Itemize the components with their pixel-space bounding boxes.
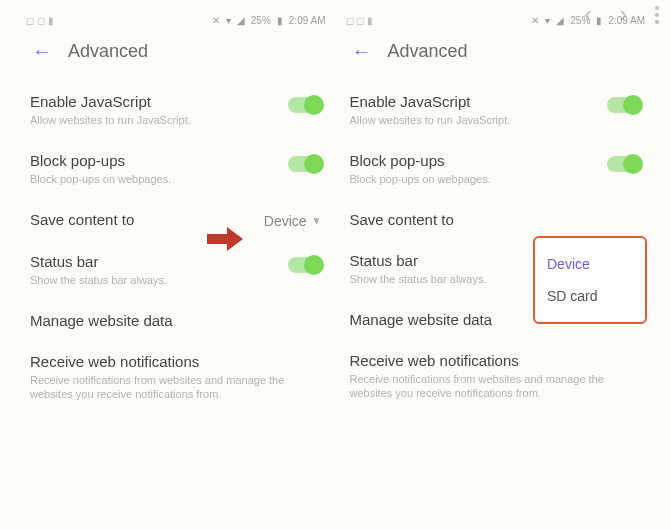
battery-percent: 25% (251, 15, 271, 26)
chevron-down-icon: ▼ (312, 215, 322, 226)
setting-status-bar[interactable]: Status bar Show the status bar always. (28, 243, 324, 302)
clock: 2:09 AM (608, 15, 645, 26)
page-header: ← Advanced (340, 30, 652, 77)
back-button[interactable]: ← (352, 40, 372, 63)
setting-label: Status bar (350, 252, 487, 269)
setting-receive-web-notifications[interactable]: Receive web notifications Receive notifi… (28, 343, 324, 417)
setting-label: Save content to (30, 211, 134, 228)
notification-icons: ◻ ◻ ▮ (346, 15, 374, 26)
overflow-menu-button[interactable] (655, 6, 659, 24)
setting-subtitle: Receive notifications from websites and … (350, 372, 642, 402)
setting-subtitle: Receive notifications from websites and … (30, 373, 322, 403)
android-status-bar: ◻ ◻ ▮ ✕ ▾ ◢ 25% ▮ 2:09 AM (20, 10, 332, 30)
setting-label: Block pop-ups (350, 152, 491, 169)
setting-enable-javascript[interactable]: Enable JavaScript Allow websites to run … (28, 83, 324, 142)
notification-icons: ◻ ◻ ▮ (26, 15, 54, 26)
toggle-switch[interactable] (288, 97, 322, 113)
setting-manage-website-data[interactable]: Manage website data (28, 302, 324, 343)
popup-option-sdcard[interactable]: SD card (545, 280, 635, 312)
battery-icon: ▮ (277, 15, 283, 26)
page-header: ← Advanced (20, 30, 332, 77)
setting-label: Receive web notifications (30, 353, 322, 370)
screenshot-left: ◻ ◻ ▮ ✕ ▾ ◢ 25% ▮ 2:09 AM ← Advanced Ena… (20, 10, 332, 416)
setting-label: Manage website data (350, 311, 493, 328)
annotation-arrow (207, 227, 243, 251)
popup-option-device[interactable]: Device (545, 248, 635, 280)
save-location-dropdown[interactable]: Device ▼ (264, 213, 322, 229)
setting-subtitle: Block pop-ups on webpages. (350, 172, 491, 187)
page-title: Advanced (388, 41, 468, 62)
setting-enable-javascript[interactable]: Enable JavaScript Allow websites to run … (348, 83, 644, 142)
mute-icon: ✕ (531, 15, 539, 26)
wifi-icon: ▾ (545, 15, 550, 26)
signal-icon: ◢ (556, 15, 564, 26)
back-button[interactable]: ← (32, 40, 52, 63)
setting-block-popups[interactable]: Block pop-ups Block pop-ups on webpages. (348, 142, 644, 201)
page-title: Advanced (68, 41, 148, 62)
wifi-icon: ▾ (226, 15, 231, 26)
save-location-popup: Device SD card (533, 236, 647, 324)
signal-icon: ◢ (237, 15, 245, 26)
android-status-bar: ◻ ◻ ▮ ✕ ▾ ◢ 25% ▮ 2:09 AM (340, 10, 652, 30)
screenshot-right: ◻ ◻ ▮ ✕ ▾ ◢ 25% ▮ 2:09 AM ← Advanced Ena… (340, 10, 652, 416)
toggle-switch[interactable] (288, 156, 322, 172)
setting-receive-web-notifications[interactable]: Receive web notifications Receive notifi… (348, 342, 644, 416)
setting-subtitle: Show the status bar always. (30, 273, 167, 288)
battery-percent: 25% (570, 15, 590, 26)
setting-label: Save content to (350, 211, 454, 228)
toggle-switch[interactable] (607, 97, 641, 113)
setting-subtitle: Allow websites to run JavaScript. (350, 113, 511, 128)
toggle-switch[interactable] (288, 257, 322, 273)
toggle-switch[interactable] (607, 156, 641, 172)
battery-icon: ▮ (596, 15, 602, 26)
clock: 2:09 AM (289, 15, 326, 26)
setting-label: Enable JavaScript (350, 93, 511, 110)
setting-label: Manage website data (30, 312, 173, 329)
setting-block-popups[interactable]: Block pop-ups Block pop-ups on webpages. (28, 142, 324, 201)
setting-label: Block pop-ups (30, 152, 171, 169)
setting-subtitle: Allow websites to run JavaScript. (30, 113, 191, 128)
mute-icon: ✕ (212, 15, 220, 26)
dropdown-value: Device (264, 213, 307, 229)
setting-label: Status bar (30, 253, 167, 270)
setting-label: Receive web notifications (350, 352, 642, 369)
setting-subtitle: Block pop-ups on webpages. (30, 172, 171, 187)
setting-subtitle: Show the status bar always. (350, 272, 487, 287)
setting-save-content-to[interactable]: Save content to Device ▼ (28, 201, 324, 243)
setting-label: Enable JavaScript (30, 93, 191, 110)
